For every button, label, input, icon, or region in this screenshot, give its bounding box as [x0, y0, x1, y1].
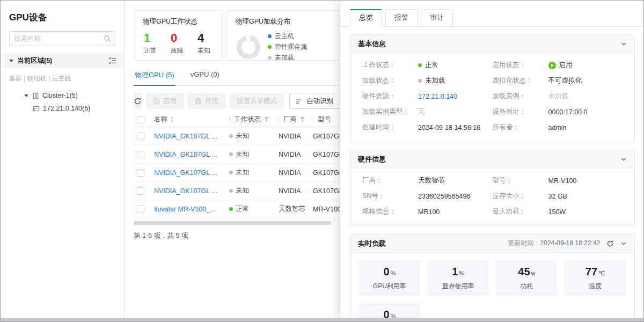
share-mode-button[interactable]: 设置共享模式 — [230, 93, 284, 109]
sidebar: GPU设备 当前区域(5) 集群 | 物理机 | 云主机 Cluster-1(5… — [1, 1, 125, 318]
load-distribution-card: 物理GPU加载分布 云主机 弹性裸金属 未加载 — [226, 10, 350, 61]
filter-settings-icon[interactable] — [109, 57, 116, 64]
table-row[interactable]: NVIDIA_GK107GL ... 未知 NVIDIA GK107GL [..… — [134, 145, 350, 164]
hardware-info-header[interactable]: 硬件信息 — [350, 150, 634, 169]
legend-vm: 云主机 — [268, 32, 307, 41]
refresh-icon[interactable] — [606, 240, 614, 247]
tab-vgpu[interactable]: vGPU (0) — [189, 70, 221, 85]
load-donut-chart — [237, 35, 260, 59]
table-row[interactable]: NVIDIA_GK107GL ... 未知 NVIDIA GK107GL [..… — [134, 164, 350, 182]
status-dot-green — [418, 63, 422, 67]
field-load-instance-type: 加载实例类型： 无 — [362, 104, 493, 120]
field-enable-status: 启用状态： 启用 — [493, 57, 623, 73]
filter-funnel-icon[interactable] — [299, 116, 305, 122]
field-virtualization: 虚拟化状态： 不可虚拟化 — [493, 73, 623, 89]
select-all-checkbox[interactable] — [137, 116, 144, 123]
updated-time: 更新时间：2024-09-18 18:22:42 — [508, 239, 600, 248]
table-row[interactable]: NVIDIA_GK107GL ... 未知 NVIDIA GK107GL [..… — [134, 127, 350, 145]
header-status[interactable]: 工作状态 — [229, 116, 279, 123]
stat-unknown: 4 未知 — [197, 32, 210, 55]
sidebar-item-current-region[interactable]: 当前区域(5) — [1, 54, 124, 68]
row-checkbox[interactable] — [137, 169, 144, 177]
gpu-device-page: GPU设备 当前区域(5) 集群 | 物理机 | 云主机 Cluster-1(5… — [0, 0, 644, 322]
tab-physical-gpu[interactable]: 物理GPU (5) — [134, 70, 175, 85]
list-tabs: 物理GPU (5) vGPU (0) — [134, 70, 348, 86]
row-checkbox[interactable] — [137, 187, 144, 195]
host-link[interactable]: 172.21.0.140 — [418, 93, 457, 100]
tree-node-host[interactable]: 172.21.0.140(5) — [33, 105, 124, 112]
field-load-instance: 加载实例： 未加载 — [493, 89, 623, 104]
refresh-button[interactable] — [134, 93, 142, 109]
tab-overview[interactable]: 总览 — [350, 9, 382, 27]
work-status-card-title: 物理GPU工作状态 — [143, 17, 214, 26]
search-input[interactable] — [10, 35, 99, 42]
field-device-address: 设备地址： 0000:17:00.0 — [493, 104, 623, 120]
chevron-down-icon[interactable] — [620, 240, 627, 247]
hardware-info-section: 硬件信息 厂商： 天数智芯 型号： MR-V100 SN号： 233602595… — [350, 150, 635, 226]
field-create-time: 创建时间： 2024-09-18 14:56:16 — [362, 120, 493, 135]
gpu-name-link[interactable]: NVIDIA_GK107GL ... — [154, 151, 217, 158]
enable-button[interactable]: 启用 — [146, 93, 184, 109]
table-row[interactable]: NVIDIA_GK107GL ... 未知 NVIDIA GK107GL [..… — [134, 182, 350, 200]
chevron-down-icon[interactable] — [620, 156, 627, 163]
host-icon — [33, 105, 40, 112]
resource-type-filters[interactable]: 集群 | 物理机 | 云主机 — [9, 74, 124, 83]
chevron-down-icon[interactable] — [620, 41, 627, 47]
region-label: 当前区域(5) — [17, 56, 52, 65]
metric-temperature: 77℃ 温度 — [565, 260, 626, 296]
sort-icon[interactable] — [170, 116, 174, 123]
disable-button[interactable]: 停用 — [188, 93, 225, 109]
field-spec: 规格信息： MR100 — [362, 204, 493, 219]
gpu-list-panel: 物理GPU工作状态 1 正常 0 故障 4 未知 — [125, 1, 350, 318]
enabled-play-icon — [548, 62, 556, 69]
legend-unloaded: 未加载 — [268, 53, 307, 62]
basic-info-section: 基本信息 工作状态： 正常 启用状态： 启用 加载状态： 未加载 虚拟 — [350, 34, 635, 142]
realtime-load-header[interactable]: 实时负载 更新时间：2024-09-18 18:22:42 — [350, 235, 634, 253]
table-horizontal-scrollbar[interactable] — [134, 221, 331, 225]
field-max-power: 最大功耗： 150W — [493, 204, 623, 219]
metric-fan-speed: 0% 风扇转速 — [359, 303, 420, 319]
play-circle-icon — [153, 98, 160, 105]
row-checkbox[interactable] — [137, 133, 144, 140]
gpu-name-link[interactable]: Iluvatar MR-V100_... — [154, 206, 216, 213]
row-checkbox[interactable] — [137, 206, 144, 213]
detail-drawer: 总览 报警 审计 基本信息 工作状态： 正常 启用状态： 启用 — [340, 1, 644, 319]
tree-node-cluster[interactable]: Cluster-1(5) — [24, 92, 124, 99]
stop-circle-icon — [195, 98, 202, 105]
search-icon[interactable] — [99, 34, 115, 43]
realtime-load-section: 实时负载 更新时间：2024-09-18 18:22:42 0% GPU利用率 … — [350, 234, 635, 319]
search-box — [9, 31, 115, 46]
metric-vram-usage: 1% 显存使用率 — [428, 260, 489, 296]
basic-info-header[interactable]: 基本信息 — [350, 35, 634, 53]
toolbar: 启用 停用 设置共享模式 自动识别 — [134, 93, 350, 109]
metric-gpu-util: 0% GPU利用率 — [359, 260, 420, 296]
field-sn: SN号： 23360259565496 — [362, 188, 493, 204]
load-card-title: 物理GPU加载分布 — [236, 17, 341, 26]
stat-fault: 0 故障 — [171, 32, 184, 55]
stat-normal: 1 正常 — [144, 32, 157, 55]
row-checkbox[interactable] — [137, 151, 144, 158]
page-horizontal-scrollbar[interactable] — [1, 318, 643, 321]
gpu-table: 名称 工作状态 厂商 型号 NVIDIA_GK107GL ... 未 — [134, 112, 350, 218]
caret-down-icon — [24, 94, 28, 97]
gpu-name-link[interactable]: NVIDIA_GK107GL ... — [154, 133, 217, 140]
table-row-selected[interactable]: Iluvatar MR-V100_... 正常 天数智芯 MR-V100 — [134, 200, 350, 218]
field-hardware-resource: 硬件资源： 172.21.0.140 — [362, 89, 493, 104]
filter-lines-icon — [295, 98, 302, 105]
metric-power: 45w 功耗 — [496, 260, 558, 296]
field-vendor: 厂商： 天数智芯 — [362, 173, 493, 188]
header-name[interactable]: 名称 — [154, 115, 229, 124]
gpu-name-link[interactable]: NVIDIA_GK107GL ... — [154, 187, 217, 195]
cluster-label: Cluster-1(5) — [42, 92, 78, 99]
tab-alarm[interactable]: 报警 — [385, 9, 418, 27]
gpu-name-link[interactable]: NVIDIA_GK107GL ... — [154, 169, 217, 177]
work-status-card: 物理GPU工作状态 1 正常 0 故障 4 未知 — [134, 10, 223, 61]
header-vendor[interactable]: 厂商 — [279, 116, 313, 123]
table-header-row: 名称 工作状态 厂商 型号 — [134, 112, 350, 127]
tab-audit[interactable]: 审计 — [421, 9, 453, 27]
field-model: 型号： MR-V100 — [493, 173, 623, 188]
filter-funnel-icon[interactable] — [264, 116, 269, 122]
host-label: 172.21.0.140(5) — [43, 105, 90, 112]
caret-down-icon — [9, 60, 13, 62]
field-work-status: 工作状态： 正常 — [362, 57, 493, 73]
